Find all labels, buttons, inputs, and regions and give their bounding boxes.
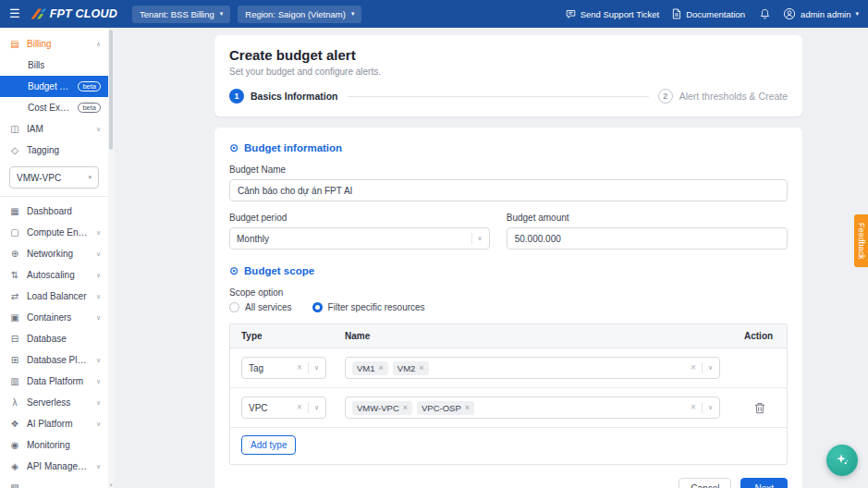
sidebar-item-budget-alert[interactable]: Budget Alert beta	[0, 76, 108, 97]
budget-amount-input[interactable]	[507, 227, 788, 250]
clear-icon[interactable]: ×	[691, 403, 696, 412]
remove-chip-icon[interactable]: ×	[403, 404, 408, 412]
sidebar-item-tagging[interactable]: ◇ Tagging	[0, 140, 108, 161]
chevron-down-icon: ∨	[314, 364, 319, 372]
chat-assistant-button[interactable]	[826, 445, 858, 476]
budget-period-label: Budget period	[229, 213, 490, 223]
table-row: VPC × ∨ VMW-VPC	[230, 388, 787, 428]
feedback-tab[interactable]: Feedback	[854, 214, 868, 267]
clear-icon[interactable]: ×	[691, 363, 696, 372]
tenant-label: Tenant: BSS Billing	[140, 9, 214, 19]
dashboard-icon: ▦	[9, 206, 20, 216]
sidebar-item-serverless[interactable]: λ Serverless ∨	[0, 392, 108, 413]
clear-icon[interactable]: ×	[297, 363, 302, 372]
sidebar-item-billing[interactable]: ▤ Billing ∧	[0, 33, 108, 55]
name-multiselect[interactable]: VM1 × VM2 × × ∨	[345, 357, 720, 379]
sidebar-item-label: Compute Engine	[27, 227, 90, 238]
fpt-cloud-logo[interactable]: FPT CLOUD	[30, 7, 117, 20]
fpt-logo-mark	[30, 7, 46, 20]
remove-chip-icon[interactable]: ×	[465, 404, 470, 412]
sidebar-item-networking[interactable]: ⊕ Networking ∨	[0, 243, 108, 264]
chevron-down-icon: ∨	[96, 421, 101, 428]
caret-down-icon: ▾	[351, 10, 355, 18]
remove-chip-icon[interactable]: ×	[379, 364, 384, 372]
name-multiselect[interactable]: VMW-VPC × VPC-OSP × ×	[345, 396, 720, 419]
containers-icon: ▣	[9, 312, 20, 323]
sidebar-item-database[interactable]: ⊟ Database	[0, 328, 108, 349]
delete-row-icon[interactable]	[754, 402, 765, 414]
sidebar-item-label: Dashboard	[27, 206, 94, 216]
sidebar-item-autoscaling[interactable]: ⇅ Autoscaling ∨	[0, 264, 108, 286]
step-alert-thresholds[interactable]: 2 Alert thresholds & Create	[658, 89, 788, 104]
budget-form-card: ⊙ Budget information Budget Name Budget …	[214, 128, 802, 488]
sidebar-item-clipped[interactable]: ▧	[0, 477, 108, 488]
select-divider	[308, 402, 309, 413]
sidebar-item-database-platform[interactable]: ⊞ Database Platform ∨	[0, 349, 108, 371]
budget-period-value: Monthly	[237, 234, 269, 244]
radio-checked-icon	[312, 302, 323, 312]
cancel-button[interactable]: Cancel	[679, 478, 731, 488]
user-menu[interactable]: admin admin ▾	[783, 7, 859, 20]
section-icon: ⊙	[229, 141, 238, 154]
radio-all-services[interactable]: All services	[229, 302, 292, 312]
budget-name-input[interactable]	[229, 179, 788, 201]
sidebar-nav: ▤ Billing ∧ Bills Budget Alert beta Cost…	[0, 28, 114, 488]
database-icon: ⊟	[9, 334, 20, 344]
clear-icon[interactable]: ×	[297, 403, 302, 412]
radio-label: All services	[245, 302, 292, 312]
send-support-ticket-link[interactable]: Send Support Ticket	[566, 9, 660, 19]
chevron-down-icon: ∨	[96, 293, 101, 300]
menu-icon[interactable]: ☰	[0, 0, 30, 28]
notifications-bell-icon[interactable]	[760, 8, 770, 19]
budget-period-select[interactable]: Monthly ∨	[229, 227, 490, 250]
table-header: Type Name Action	[230, 324, 787, 348]
action-cell	[744, 402, 776, 414]
sidebar-item-label: Networking	[27, 249, 90, 259]
tenant-selector[interactable]: Tenant: BSS Billing ▾	[132, 6, 230, 23]
sidebar-item-ai-platform[interactable]: ❖ AI Platform ∨	[0, 413, 108, 434]
support-ticket-label: Send Support Ticket	[581, 9, 660, 19]
vpc-select[interactable]: VMW-VPC ▾	[9, 166, 99, 189]
sidebar-item-label: Monitoring	[27, 440, 94, 450]
sidebar-item-bills[interactable]: Bills	[0, 55, 108, 76]
sidebar-item-api-management[interactable]: ◈ API Management ∨	[0, 456, 108, 477]
sidebar-item-monitoring[interactable]: ◉ Monitoring	[0, 434, 108, 456]
sidebar-item-dashboard[interactable]: ▦ Dashboard	[0, 201, 108, 222]
type-select[interactable]: VPC × ∨	[241, 396, 326, 419]
sidebar-item-data-platform[interactable]: ▥ Data Platform ∨	[0, 371, 108, 392]
page-subtitle: Set your budget and configure alerts.	[229, 67, 788, 77]
budget-amount-label: Budget amount	[507, 213, 788, 223]
documentation-link[interactable]: Documentation	[672, 8, 745, 19]
region-selector[interactable]: Region: Saigon (Vietnam) ▾	[238, 6, 361, 23]
monitoring-icon: ◉	[9, 440, 20, 450]
sparkle-icon	[834, 452, 850, 469]
top-navbar: ☰ FPT CLOUD Tenant: BSS Billing ▾ Region…	[0, 0, 868, 28]
sidebar-item-cost-explorer[interactable]: Cost Explorer beta	[0, 97, 108, 118]
compute-engine-icon: ▢	[9, 227, 20, 238]
sidebar-item-label: Serverless	[27, 397, 90, 408]
scroll-down-icon[interactable]: ∨	[108, 482, 114, 487]
chevron-down-icon: ∨	[96, 272, 101, 279]
sidebar-item-label: Containers	[27, 312, 90, 323]
scrollbar-thumb[interactable]	[109, 30, 113, 150]
sidebar-item-label: Budget Alert	[28, 81, 71, 92]
sidebar-scrollbar[interactable]: ∨	[108, 28, 114, 488]
sidebar-item-label: Database Platform	[27, 355, 90, 365]
beta-badge: beta	[78, 81, 101, 92]
remove-chip-icon[interactable]: ×	[419, 364, 423, 372]
sidebar-item-label: Cost Explorer	[28, 103, 71, 113]
sidebar-item-compute-engine[interactable]: ▢ Compute Engine ∨	[0, 222, 108, 243]
sidebar-item-load-balancer[interactable]: ⇄ Load Balancer ∨	[0, 286, 108, 307]
scope-options: All services Filter specific resources	[229, 302, 788, 312]
chevron-down-icon: ∨	[96, 126, 101, 133]
clipped-item-icon: ▧	[9, 482, 20, 488]
step-basics-information[interactable]: 1 Basics Information	[229, 89, 338, 104]
add-type-button[interactable]: Add type	[241, 435, 296, 455]
chip: VMW-VPC ×	[352, 401, 412, 415]
radio-filter-specific-resources[interactable]: Filter specific resources	[312, 302, 425, 312]
sidebar-item-label: Database	[27, 334, 94, 344]
type-select[interactable]: Tag × ∨	[241, 357, 326, 379]
sidebar-item-containers[interactable]: ▣ Containers ∨	[0, 307, 108, 328]
sidebar-item-iam[interactable]: ◫ IAM ∨	[0, 118, 108, 140]
next-button[interactable]: Next	[740, 478, 788, 488]
